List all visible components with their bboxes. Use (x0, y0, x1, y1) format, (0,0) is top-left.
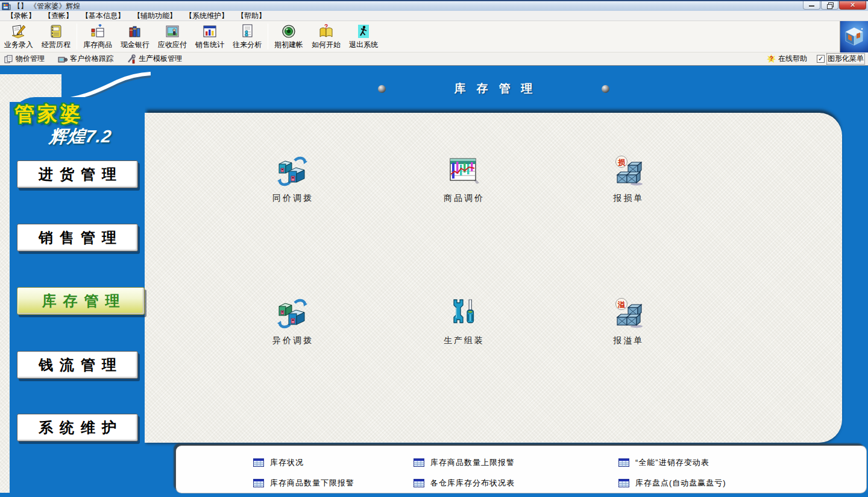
title-bar: 【】 《管家婆》辉煌 ✕ (0, 0, 868, 11)
production-template-management-icon (127, 54, 136, 64)
close-icon: ✕ (850, 2, 855, 8)
report-link-inventory-status[interactable]: 库存状况 (253, 457, 414, 468)
business-history-icon (48, 24, 64, 39)
svg-text:?: ? (324, 24, 328, 30)
inventory-goods-icon (90, 24, 105, 39)
sidebar-item-cashflow-management[interactable]: 钱流管理 (17, 351, 138, 379)
toolbar2-price-management[interactable]: 物价管理 (4, 54, 45, 64)
main-toolbar: 业务录入 经营历程 库存商品 (0, 21, 868, 52)
report-row: 库存状况 库存商品数量上限报警 (253, 452, 866, 473)
toolbar-initial-account[interactable]: 期初建帐 (270, 21, 307, 52)
menu-basic-info[interactable]: 【基本信息】 (77, 11, 129, 21)
toolbar2-production-template-management[interactable]: 生产模板管理 (127, 54, 182, 64)
restore-icon (827, 2, 833, 8)
toolbar2-label: 生产模板管理 (139, 54, 182, 64)
report-link-label: 库存状况 (270, 457, 304, 468)
toolbar-separator (268, 24, 268, 49)
sidebar-item-inventory-management[interactable]: 库存管理 (17, 287, 145, 315)
function-diff-price-transfer[interactable]: 异价调拨 (251, 297, 335, 346)
toolbar-label: 往来分析 (233, 40, 262, 50)
business-entry-icon (11, 24, 27, 39)
table-icon (618, 479, 629, 487)
window-title: 【】 《管家婆》辉煌 (13, 1, 80, 11)
toolbar-label: 如何开始 (312, 40, 341, 50)
restore-button[interactable] (821, 1, 838, 10)
goods-price-adjust-icon (448, 155, 480, 188)
toolbar-how-to-start[interactable]: ? 如何开始 (307, 21, 345, 52)
toolbar2-label: 客户价格跟踪 (70, 54, 113, 64)
table-icon (253, 479, 264, 487)
toolbar-sales-statistics[interactable]: 销售统计 (191, 21, 228, 52)
toolbar-label: 现金银行 (121, 40, 149, 50)
online-help-icon: ? (767, 54, 776, 63)
sphere-bullet-icon (378, 85, 386, 93)
online-help-label: 在线帮助 (778, 54, 807, 64)
report-link-label: 库存商品数量下限报警 (270, 478, 354, 489)
section-header: 库存管理 (145, 77, 842, 101)
function-overflow-report[interactable]: 溢 报溢单 (587, 297, 671, 346)
report-link-stocktaking[interactable]: 库存盘点(自动盘赢盘亏) (618, 478, 726, 489)
production-assembly-icon (448, 297, 480, 330)
menu-bar: 【录帐】 【查帐】 【基本信息】 【辅助功能】 【系统维护】 【帮助】 (0, 11, 868, 21)
function-label: 生产组装 (422, 335, 506, 346)
minimize-icon (809, 5, 814, 7)
report-link-label: 库存盘点(自动盘赢盘亏) (635, 478, 726, 489)
function-production-assembly[interactable]: 生产组装 (422, 297, 506, 346)
function-loss-report[interactable]: 损 报损单 (587, 155, 671, 204)
brand-cube-icon (842, 25, 866, 49)
sidebar-item-sales-management[interactable]: 销售管理 (17, 224, 138, 252)
brand-cube-logo (840, 21, 868, 52)
report-panel: 库存状况 库存商品数量上限报警 (176, 446, 866, 493)
menu-record[interactable]: 【录帐】 (2, 11, 40, 21)
table-icon (414, 458, 424, 467)
graphic-menu-checkbox[interactable]: ✓ (817, 55, 825, 63)
function-label: 报损单 (587, 193, 671, 204)
toolbar-cash-bank[interactable]: 现金银行 (116, 21, 154, 52)
toolbar-receivable-payable[interactable]: 应收应付 (154, 21, 191, 52)
function-goods-price-adjust[interactable]: 商品调价 (422, 155, 506, 204)
function-label: 报溢单 (587, 335, 671, 346)
report-link-label: 库存商品数量上限报警 (430, 457, 515, 468)
toolbar-exit-system[interactable]: 退出系统 (345, 21, 382, 52)
svg-text:?: ? (769, 55, 773, 62)
diff-price-transfer-icon (277, 297, 309, 330)
menu-system-maintenance[interactable]: 【系统维护】 (181, 11, 233, 21)
sidebar: 管家婆 辉煌7.2 进货管理 销售管理 库存管理 钱流管理 系统维护 (10, 97, 145, 493)
loss-badge-text: 损 (617, 158, 626, 166)
online-help-button[interactable]: ? 在线帮助 (767, 54, 807, 64)
how-to-start-icon: ? (318, 24, 334, 39)
toolbar-business-history[interactable]: 经营历程 (37, 21, 75, 52)
report-link-upper-limit-alarm[interactable]: 库存商品数量上限报警 (414, 457, 618, 468)
toolbar-label: 退出系统 (349, 40, 378, 50)
toolbar-business-entry[interactable]: 业务录入 (0, 21, 37, 52)
toolbar-label: 业务录入 (4, 40, 33, 50)
toolbar-contacts-analysis[interactable]: 往来分析 (228, 21, 266, 52)
report-link-warehouse-distribution[interactable]: 各仓库库存分布状况表 (414, 478, 618, 489)
report-link-omnipotent-flow-table[interactable]: “全能”进销存变动表 (618, 457, 709, 468)
graphic-menu-label: 图形化菜单 (827, 54, 864, 64)
minimize-button[interactable] (803, 1, 820, 10)
close-button[interactable]: ✕ (839, 1, 866, 10)
toolbar-label: 销售统计 (195, 40, 224, 50)
paper-left-strip (0, 74, 10, 493)
menu-help[interactable]: 【帮助】 (233, 11, 270, 21)
toolbar-label: 经营历程 (42, 40, 71, 50)
function-same-price-transfer[interactable]: 同价调拨 (251, 155, 335, 204)
sidebar-item-purchase-management[interactable]: 进货管理 (17, 160, 138, 188)
function-label: 商品调价 (422, 193, 506, 204)
toolbar2-customer-price-tracking[interactable]: 客户价格跟踪 (58, 54, 113, 64)
function-label: 异价调拨 (251, 335, 335, 346)
report-link-lower-limit-alarm[interactable]: 库存商品数量下限报警 (253, 478, 414, 489)
table-icon (253, 458, 264, 467)
sphere-bullet-icon (602, 85, 609, 93)
brand-logo-text: 管家婆 (14, 101, 83, 128)
menu-query[interactable]: 【查帐】 (40, 11, 77, 21)
menu-aux-functions[interactable]: 【辅助功能】 (129, 11, 181, 21)
secondary-toolbar: 物价管理 客户价格跟踪 生产模板管理 ? (0, 52, 868, 66)
toolbar-inventory-goods[interactable]: 库存商品 (79, 21, 116, 52)
toolbar-label: 期初建帐 (274, 40, 303, 50)
main-area: 库存管理 管家婆 辉煌7.2 进货管理 销售管理 库存管理 钱流管理 系统维护 (0, 66, 868, 496)
report-row: 库存商品数量下限报警 各仓库库存分布状况表 (253, 473, 866, 493)
graphic-menu-toggle[interactable]: ✓ 图形化菜单 (817, 54, 864, 64)
sidebar-item-system-maintenance[interactable]: 系统维护 (17, 414, 138, 442)
